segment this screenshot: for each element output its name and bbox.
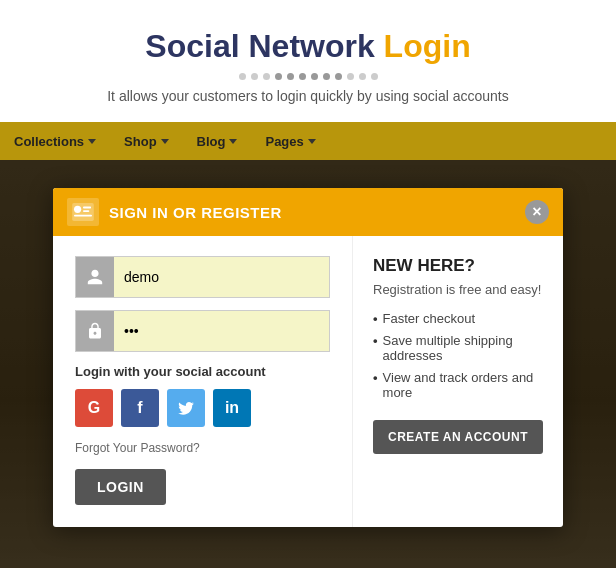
chevron-down-icon <box>308 139 316 144</box>
dot <box>335 73 342 80</box>
page-title: Social Network Login <box>20 28 596 65</box>
feature-item-checkout: Faster checkout <box>373 311 543 326</box>
modal-header: SIGN IN OR REGISTER × <box>53 188 563 236</box>
login-modal: SIGN IN OR REGISTER × <box>53 188 563 527</box>
login-button[interactable]: LOGIN <box>75 469 166 505</box>
title-dark: Social Network <box>145 28 374 64</box>
new-here-subtitle: Registration is free and easy! <box>373 282 543 297</box>
social-buttons-group: G f in <box>75 389 330 427</box>
facebook-login-button[interactable]: f <box>121 389 159 427</box>
svg-rect-3 <box>83 210 89 212</box>
chevron-down-icon <box>161 139 169 144</box>
chevron-down-icon <box>88 139 96 144</box>
user-card-icon <box>67 198 99 226</box>
nav-item-collections[interactable]: Collections <box>0 122 110 160</box>
twitter-login-button[interactable] <box>167 389 205 427</box>
modal-right-panel: NEW HERE? Registration is free and easy!… <box>353 236 563 527</box>
dot <box>347 73 354 80</box>
svg-rect-4 <box>74 215 92 217</box>
feature-list: Faster checkout Save multiple shipping a… <box>373 311 543 400</box>
forgot-password-link[interactable]: Forgot Your Password? <box>75 441 330 455</box>
dot <box>311 73 318 80</box>
user-icon <box>76 257 114 297</box>
username-field[interactable] <box>114 261 329 293</box>
feature-item-orders: View and track orders and more <box>373 370 543 400</box>
title-orange: Login <box>384 28 471 64</box>
lock-icon <box>76 311 114 351</box>
password-field[interactable] <box>114 315 329 347</box>
modal-close-button[interactable]: × <box>525 200 549 224</box>
dot <box>287 73 294 80</box>
modal-title: SIGN IN OR REGISTER <box>109 204 282 221</box>
header-subtitle: It allows your customers to login quickl… <box>20 88 596 104</box>
dot <box>299 73 306 80</box>
nav-item-shop[interactable]: Shop <box>110 122 183 160</box>
dot <box>275 73 282 80</box>
modal-header-left: SIGN IN OR REGISTER <box>67 198 282 226</box>
new-here-title: NEW HERE? <box>373 256 543 276</box>
create-account-button[interactable]: CREATE AN ACCOUNT <box>373 420 543 454</box>
dot <box>323 73 330 80</box>
decorative-dots <box>20 73 596 80</box>
nav-item-blog[interactable]: Blog <box>183 122 252 160</box>
svg-rect-2 <box>83 207 91 209</box>
dot <box>251 73 258 80</box>
chevron-down-icon <box>229 139 237 144</box>
dot <box>263 73 270 80</box>
dot <box>239 73 246 80</box>
nav-bar: Collections Shop Blog Pages <box>0 122 616 160</box>
social-login-label: Login with your social account <box>75 364 330 379</box>
modal-body: Login with your social account G f in Fo… <box>53 236 563 527</box>
linkedin-login-button[interactable]: in <box>213 389 251 427</box>
nav-item-pages[interactable]: Pages <box>251 122 329 160</box>
google-login-button[interactable]: G <box>75 389 113 427</box>
page-root: Social Network Login It allows your cust… <box>0 0 616 568</box>
modal-left-panel: Login with your social account G f in Fo… <box>53 236 353 527</box>
feature-item-shipping: Save multiple shipping addresses <box>373 333 543 363</box>
dot <box>371 73 378 80</box>
header-section: Social Network Login It allows your cust… <box>0 0 616 122</box>
svg-rect-1 <box>74 206 81 213</box>
password-input-group <box>75 310 330 352</box>
dot <box>359 73 366 80</box>
username-input-group <box>75 256 330 298</box>
